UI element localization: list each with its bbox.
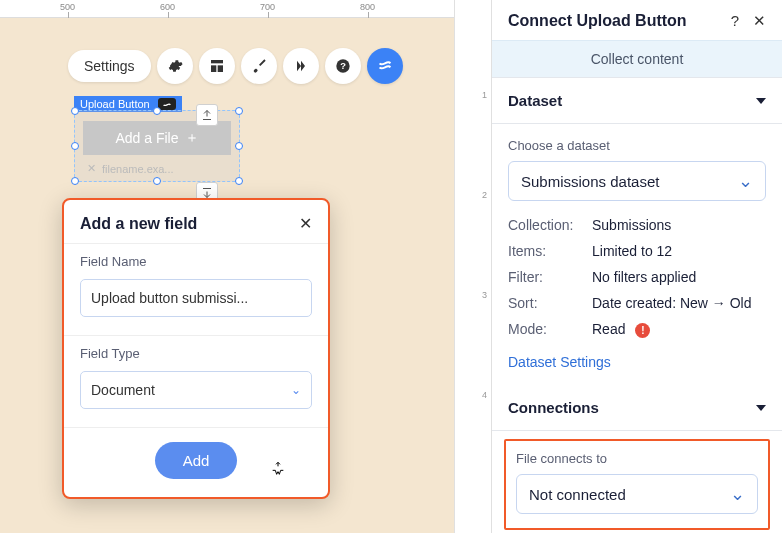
- help-icon[interactable]: ?: [731, 12, 739, 30]
- ruler-horizontal: 500 600 700 800: [0, 0, 454, 18]
- settings-button[interactable]: Settings: [68, 50, 151, 82]
- connect-data-icon[interactable]: [367, 48, 403, 84]
- element-toolbar: Settings ?: [68, 48, 403, 84]
- ruler-mark: 800: [360, 2, 375, 12]
- ruler-mark: 700: [260, 2, 275, 12]
- anchor-top-icon[interactable]: [196, 104, 218, 126]
- svg-rect-2: [217, 65, 222, 72]
- chevron-down-icon: ⌄: [730, 483, 745, 505]
- panel-title: Connect Upload Button: [508, 12, 687, 30]
- animation-icon[interactable]: [283, 48, 319, 84]
- element-badge-text: Upload Button: [80, 98, 150, 110]
- filename-placeholder: ✕ filename.exa...: [87, 162, 174, 175]
- dataset-section-header[interactable]: Dataset: [508, 92, 766, 109]
- remove-file-icon: ✕: [87, 162, 96, 175]
- file-connects-value: Not connected: [529, 486, 626, 503]
- collection-value: Submissions: [592, 217, 766, 233]
- dataset-select-value: Submissions dataset: [521, 173, 659, 190]
- field-type-label: Field Type: [80, 346, 312, 361]
- ruler-mark: 600: [160, 2, 175, 12]
- choose-dataset-label: Choose a dataset: [508, 138, 766, 153]
- canvas-area[interactable]: 500 600 700 800 Settings ?: [0, 0, 454, 533]
- layout-icon[interactable]: [199, 48, 235, 84]
- svg-rect-0: [211, 60, 223, 63]
- modal-title: Add a new field: [80, 215, 197, 233]
- svg-text:?: ?: [340, 61, 346, 71]
- add-button[interactable]: Add: [155, 442, 238, 479]
- svg-rect-1: [211, 65, 216, 72]
- sort-label: Sort:: [508, 295, 592, 311]
- cursor-icon: [270, 460, 286, 478]
- file-connects-label: File connects to: [516, 451, 758, 466]
- ruler-mark: 500: [60, 2, 75, 12]
- dataset-settings-link[interactable]: Dataset Settings: [508, 354, 611, 370]
- field-type-value: Document: [91, 382, 155, 398]
- dataset-select[interactable]: Submissions dataset ⌄: [508, 161, 766, 201]
- file-connects-select[interactable]: Not connected ⌄: [516, 474, 758, 514]
- collect-content-banner[interactable]: Collect content: [492, 40, 782, 77]
- sort-value: Date created: New → Old: [592, 295, 766, 311]
- plus-icon: ＋: [185, 129, 199, 147]
- chevron-down-icon: ⌄: [291, 383, 301, 397]
- field-name-label: Field Name: [80, 254, 312, 269]
- chevron-down-icon: [756, 98, 766, 104]
- filter-label: Filter:: [508, 269, 592, 285]
- vertical-ruler: 1 2 3 4: [454, 0, 492, 533]
- chevron-down-icon: ⌄: [738, 170, 753, 192]
- warning-icon: !: [635, 323, 650, 338]
- add-file-button[interactable]: Add a File ＋: [83, 121, 231, 155]
- dataset-section-body: Choose a dataset Submissions dataset ⌄ C…: [492, 124, 782, 385]
- mode-label: Mode:: [508, 321, 592, 338]
- help-icon[interactable]: ?: [325, 48, 361, 84]
- field-type-select[interactable]: Document ⌄: [80, 371, 312, 409]
- connect-panel: Connect Upload Button ? ✕ Collect conten…: [492, 0, 782, 533]
- gear-icon[interactable]: [157, 48, 193, 84]
- connections-section-header[interactable]: Connections: [508, 399, 766, 416]
- items-value: Limited to 12: [592, 243, 766, 259]
- add-field-modal: Add a new field ✕ Field Name Field Type …: [62, 198, 330, 499]
- add-file-label: Add a File: [115, 130, 178, 146]
- mode-value: Read !: [592, 321, 766, 338]
- items-label: Items:: [508, 243, 592, 259]
- chevron-down-icon: [756, 405, 766, 411]
- close-icon[interactable]: ✕: [299, 214, 312, 233]
- close-icon[interactable]: ✕: [753, 12, 766, 30]
- field-name-input[interactable]: [80, 279, 312, 317]
- collection-label: Collection:: [508, 217, 592, 233]
- file-connects-highlight: File connects to Not connected ⌄: [504, 439, 770, 530]
- filter-value: No filters applied: [592, 269, 766, 285]
- brush-icon[interactable]: [241, 48, 277, 84]
